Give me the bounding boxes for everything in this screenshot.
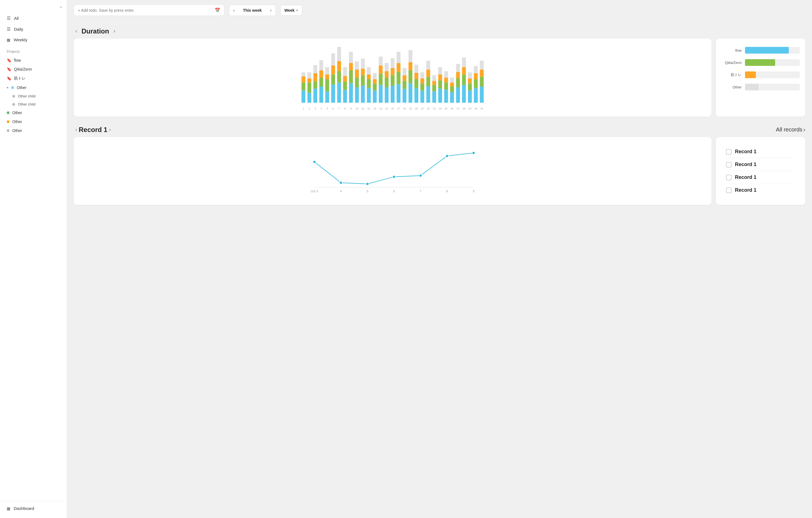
record-checkbox[interactable] <box>726 162 732 167</box>
record-item[interactable]: Record 1 <box>726 145 795 158</box>
svg-rect-96 <box>414 79 418 88</box>
svg-text:2: 2 <box>309 107 310 110</box>
svg-rect-80 <box>397 84 400 103</box>
svg-point-168 <box>446 155 448 157</box>
svg-text:5: 5 <box>367 189 368 193</box>
svg-rect-93 <box>408 50 412 63</box>
child-label-1: Other child <box>18 94 35 98</box>
legend-bar-wrap <box>745 84 800 90</box>
svg-rect-105 <box>426 87 430 103</box>
svg-text:Oct 3: Oct 3 <box>311 189 318 193</box>
svg-rect-12 <box>313 73 317 81</box>
svg-rect-42 <box>349 63 353 70</box>
sidebar-item-all[interactable]: ☰ All <box>0 13 67 24</box>
svg-rect-72 <box>385 71 389 78</box>
svg-text:7: 7 <box>339 107 340 110</box>
svg-rect-30 <box>337 83 341 103</box>
svg-rect-10 <box>313 89 317 103</box>
svg-rect-28 <box>331 53 335 66</box>
content-area: ‹ Duration › 123456789101112131415161718… <box>67 20 812 518</box>
svg-rect-23 <box>325 67 329 74</box>
week-next-button[interactable]: › <box>266 5 275 16</box>
projects-label: Projects <box>0 45 67 56</box>
svg-text:4: 4 <box>321 107 322 110</box>
svg-text:27: 27 <box>457 107 459 110</box>
all-records-link[interactable]: All records › <box>776 126 805 133</box>
svg-rect-60 <box>373 91 377 103</box>
record-item-label: Record 1 <box>735 149 756 155</box>
sidebar-project-筋トレ[interactable]: 🔖 筋トレ <box>0 74 67 83</box>
sidebar-child-item-2[interactable]: Other child <box>0 100 67 108</box>
legend-bar <box>745 59 775 66</box>
svg-rect-0 <box>301 91 306 103</box>
record-checkbox[interactable] <box>726 187 732 193</box>
record-checkbox[interactable] <box>726 149 732 155</box>
svg-rect-132 <box>456 72 460 79</box>
svg-rect-102 <box>420 79 425 83</box>
svg-rect-51 <box>361 75 365 86</box>
duration-next-button[interactable]: › <box>112 27 117 35</box>
record-list-card: Record 1 Record 1 Record 1 Record 1 <box>716 137 805 205</box>
record-next-button[interactable]: › <box>108 126 113 134</box>
svg-text:17: 17 <box>397 107 400 110</box>
duration-prev-button[interactable]: ‹ <box>74 27 79 35</box>
collapse-icon[interactable]: « <box>60 4 62 9</box>
svg-rect-36 <box>343 82 347 90</box>
svg-rect-41 <box>349 70 353 83</box>
svg-point-165 <box>366 183 369 185</box>
svg-text:9: 9 <box>473 189 474 193</box>
todo-input-wrap[interactable]: 📅 <box>74 4 225 16</box>
svg-rect-43 <box>349 52 353 63</box>
svg-rect-148 <box>474 66 478 73</box>
record-item[interactable]: Record 1 <box>726 184 795 196</box>
sidebar-project-other-expand[interactable]: ▾ Other <box>0 83 67 92</box>
record-item[interactable]: Record 1 <box>726 171 795 184</box>
svg-text:16: 16 <box>391 107 394 110</box>
sidebar-other-green[interactable]: Other <box>0 108 67 117</box>
legend-item: Qiita/Zenn <box>722 59 800 66</box>
svg-rect-45 <box>355 87 359 103</box>
svg-text:24: 24 <box>439 107 441 110</box>
svg-rect-57 <box>367 74 371 79</box>
week-select[interactable]: Week ▾ <box>280 5 302 16</box>
svg-rect-122 <box>444 78 448 82</box>
sidebar-project-qiita[interactable]: 🔖 Qiita/Zenn <box>0 65 67 74</box>
svg-rect-55 <box>367 88 371 103</box>
sidebar-other-orange[interactable]: Other <box>0 117 67 126</box>
sidebar-item-dashboard[interactable]: ▦ Dashboard <box>0 503 67 514</box>
other-label-green: Other <box>12 111 22 115</box>
week-prev-button[interactable]: ‹ <box>229 5 238 16</box>
svg-text:8: 8 <box>344 107 346 110</box>
sidebar-project-flow[interactable]: 🔖 flow <box>0 56 67 65</box>
svg-text:12: 12 <box>368 107 370 110</box>
list-icon: ☰ <box>7 16 10 21</box>
svg-rect-113 <box>432 75 436 81</box>
sidebar-item-daily[interactable]: ☰ Daily <box>0 24 67 35</box>
sidebar-item-weekly[interactable]: ▦ Weekly <box>0 35 67 45</box>
legend-label: 筋トレ <box>722 72 742 77</box>
sidebar: « ☰ All ☰ Daily ▦ Weekly Projects 🔖 flow… <box>0 0 67 518</box>
chevron-down-icon-week: ▾ <box>296 8 298 12</box>
svg-rect-152 <box>480 69 484 77</box>
svg-point-166 <box>393 175 396 178</box>
svg-rect-2 <box>301 77 306 83</box>
todo-input[interactable] <box>78 8 212 12</box>
legend-item: Other <box>722 84 800 90</box>
svg-rect-83 <box>397 52 400 63</box>
svg-rect-150 <box>480 87 484 103</box>
sidebar-other-gray[interactable]: Other <box>0 126 67 135</box>
sidebar-child-item-1[interactable]: Other child <box>0 92 67 100</box>
svg-rect-56 <box>367 79 371 88</box>
svg-rect-21 <box>325 79 329 92</box>
svg-text:10: 10 <box>355 107 358 110</box>
svg-text:1: 1 <box>303 107 304 110</box>
record-prev-button[interactable]: ‹ <box>74 126 79 134</box>
svg-rect-117 <box>438 74 442 81</box>
svg-rect-68 <box>379 57 383 66</box>
svg-text:23: 23 <box>433 107 436 110</box>
record-item[interactable]: Record 1 <box>726 158 795 171</box>
svg-text:22: 22 <box>427 107 430 110</box>
svg-text:3: 3 <box>315 107 316 110</box>
dot-child-1 <box>12 95 15 98</box>
record-checkbox[interactable] <box>726 175 732 180</box>
